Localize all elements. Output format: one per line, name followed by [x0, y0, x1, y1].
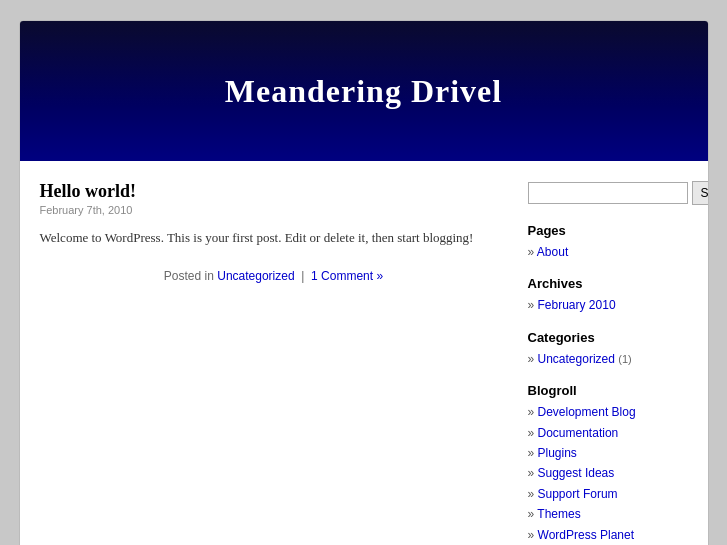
post-date: February 7th, 2010	[40, 204, 508, 216]
blogroll-section: Blogroll Development Blog Documentation …	[528, 383, 688, 545]
plugins-link[interactable]: Plugins	[538, 446, 577, 460]
archive-feb2010-link[interactable]: February 2010	[538, 298, 616, 312]
list-item: Documentation	[528, 423, 688, 443]
archives-list: February 2010	[528, 295, 688, 315]
content-area: Hello world! February 7th, 2010 Welcome …	[20, 161, 708, 545]
list-item: Support Forum	[528, 484, 688, 504]
categories-section: Categories Uncategorized (1)	[528, 330, 688, 369]
pages-section: Pages About	[528, 223, 688, 262]
list-item: Plugins	[528, 443, 688, 463]
list-item: Suggest Ideas	[528, 463, 688, 483]
category-count: (1)	[618, 353, 631, 365]
page-wrapper: Meandering Drivel Hello world! February …	[19, 20, 709, 545]
blogroll-heading: Blogroll	[528, 383, 688, 398]
category-link[interactable]: Uncategorized	[217, 269, 294, 283]
support-forum-link[interactable]: Support Forum	[538, 487, 618, 501]
site-title: Meandering Drivel	[225, 73, 502, 110]
site-header: Meandering Drivel	[20, 21, 708, 161]
main-content: Hello world! February 7th, 2010 Welcome …	[40, 181, 508, 545]
pages-list: About	[528, 242, 688, 262]
about-link[interactable]: About	[537, 245, 568, 259]
post-footer: Posted in Uncategorized | 1 Comment »	[40, 269, 508, 283]
pages-heading: Pages	[528, 223, 688, 238]
suggest-ideas-link[interactable]: Suggest Ideas	[538, 466, 615, 480]
search-input[interactable]	[528, 182, 688, 204]
search-widget: Search	[528, 181, 688, 205]
archives-heading: Archives	[528, 276, 688, 291]
dev-blog-link[interactable]: Development Blog	[538, 405, 636, 419]
list-item: WordPress Planet	[528, 525, 688, 545]
post: Hello world! February 7th, 2010 Welcome …	[40, 181, 508, 283]
sidebar: Search Pages About Archives February 201…	[528, 181, 688, 545]
post-title: Hello world!	[40, 181, 508, 202]
list-item: Uncategorized (1)	[528, 349, 688, 369]
list-item: February 2010	[528, 295, 688, 315]
search-button[interactable]: Search	[692, 181, 709, 205]
blogroll-list: Development Blog Documentation Plugins S…	[528, 402, 688, 545]
comment-link[interactable]: 1 Comment »	[311, 269, 383, 283]
documentation-link[interactable]: Documentation	[538, 426, 619, 440]
list-item: About	[528, 242, 688, 262]
wordpress-planet-link[interactable]: WordPress Planet	[538, 528, 635, 542]
list-item: Themes	[528, 504, 688, 524]
categories-heading: Categories	[528, 330, 688, 345]
categories-list: Uncategorized (1)	[528, 349, 688, 369]
post-content: Welcome to WordPress. This is your first…	[40, 228, 508, 249]
uncategorized-link[interactable]: Uncategorized	[538, 352, 615, 366]
archives-section: Archives February 2010	[528, 276, 688, 315]
themes-link[interactable]: Themes	[537, 507, 580, 521]
posted-in-label: Posted in	[164, 269, 214, 283]
list-item: Development Blog	[528, 402, 688, 422]
